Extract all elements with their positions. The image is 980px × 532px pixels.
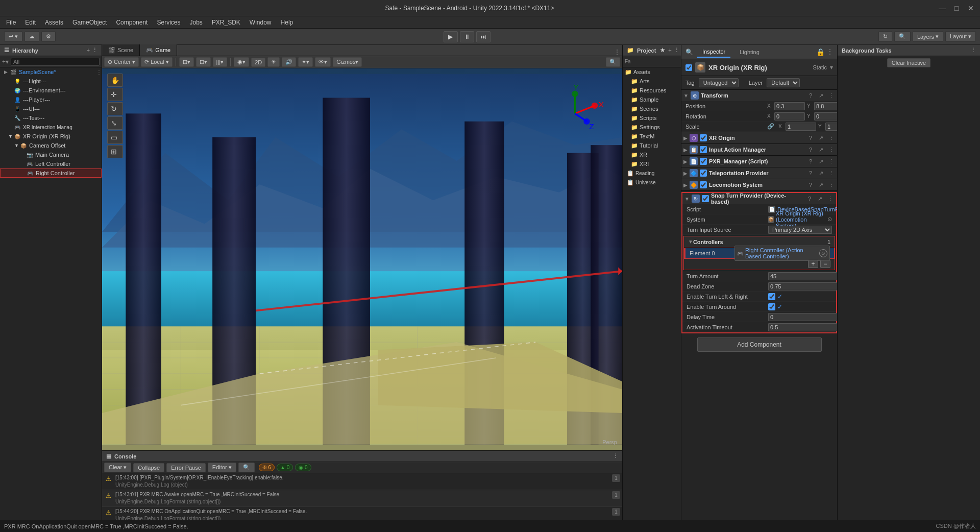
folder-settings[interactable]: 📁Settings: [623, 123, 681, 132]
transform-header[interactable]: ▼ ⊕ Transform ? ↗ ⋮: [681, 90, 837, 101]
console-menu-btn[interactable]: ⋮: [612, 453, 618, 459]
inspector-lock-btn[interactable]: 🔒: [816, 48, 825, 56]
search-scene-btn[interactable]: 🔍: [606, 57, 620, 67]
pxr-manager-help-btn[interactable]: ?: [806, 157, 815, 165]
audio-btn[interactable]: 🔊: [282, 57, 296, 67]
hierarchy-item-player[interactable]: 👤 ---Player---: [0, 95, 102, 104]
hand-tool[interactable]: ✋: [107, 74, 123, 87]
object-enabled-checkbox[interactable]: [685, 64, 692, 71]
turn-input-source-select[interactable]: Primary 2D Axis: [768, 226, 832, 234]
close-button[interactable]: ✕: [966, 3, 976, 13]
bg-tasks-menu-btn[interactable]: ⋮: [970, 47, 976, 53]
2d-btn[interactable]: 2D: [251, 58, 265, 67]
snap-turn-header[interactable]: ▼ ↻ Snap Turn Provider (Device-based) ? …: [682, 193, 836, 204]
tag-select[interactable]: Untagged: [699, 78, 739, 87]
teleportation-enabled[interactable]: [700, 170, 707, 177]
next-button[interactable]: ⏭: [476, 31, 491, 42]
scale-tool[interactable]: ⤡: [107, 116, 123, 130]
folder-reading[interactable]: 📋Reading: [623, 168, 681, 178]
rotation-y[interactable]: [814, 112, 837, 120]
hierarchy-search-input[interactable]: [11, 58, 100, 66]
pxr-manager-header[interactable]: ▶ 📄 PXR_Manager (Script) ? ↗ ⋮: [681, 156, 837, 167]
hierarchy-item-xr-interaction[interactable]: 🎮 XR Interaction Manag: [0, 123, 102, 132]
teleportation-settings-btn[interactable]: ↗: [817, 169, 825, 177]
folder-sample[interactable]: 📁Sample: [623, 95, 681, 104]
clear-inactive-btn[interactable]: Clear Inactive: [887, 58, 930, 67]
scene-menu-btn[interactable]: ⋮: [614, 49, 620, 56]
layer-select[interactable]: Default: [767, 78, 800, 87]
position-y[interactable]: [814, 102, 837, 110]
scene-tab[interactable]: 🎬 Scene: [102, 44, 140, 56]
console-clear-btn[interactable]: Clear ▾: [104, 463, 131, 472]
folder-tutorial[interactable]: 📁Tutorial: [623, 141, 681, 150]
locomotion-help-btn[interactable]: ?: [806, 181, 815, 189]
grid-btn[interactable]: |||▾: [213, 57, 228, 67]
snap-turn-help-btn[interactable]: ?: [805, 195, 814, 203]
hidden-btn[interactable]: 👁▾: [315, 57, 331, 67]
position-x[interactable]: [774, 102, 805, 110]
menu-edit[interactable]: Edit: [21, 18, 40, 27]
folder-xr[interactable]: 📁XR: [623, 150, 681, 159]
settings-btn[interactable]: ⚙: [41, 31, 56, 42]
input-action-enabled[interactable]: [700, 146, 707, 153]
teleportation-menu-btn[interactable]: ⋮: [827, 169, 835, 177]
project-menu-btn[interactable]: ⋮: [674, 47, 679, 54]
layout-dropdown[interactable]: Layout ▾: [945, 31, 976, 42]
menu-jobs[interactable]: Jobs: [185, 18, 206, 27]
snap-turn-settings-btn[interactable]: ↗: [816, 195, 824, 203]
xr-origin-enabled[interactable]: [700, 134, 707, 141]
hierarchy-item-environment[interactable]: 🌍 ---Environment---: [0, 86, 102, 95]
element-circle-btn[interactable]: ⊙: [819, 249, 827, 257]
pause-button[interactable]: ⏸: [460, 31, 474, 42]
input-action-menu-btn[interactable]: ⋮: [827, 146, 835, 154]
hierarchy-add-btn[interactable]: +: [87, 47, 90, 54]
hierarchy-item-left-controller[interactable]: 🎮 Left Controller: [0, 159, 102, 168]
folder-scenes[interactable]: 📁Scenes: [623, 104, 681, 113]
scale-x[interactable]: [786, 123, 816, 131]
enable-turn-around-checkbox[interactable]: [768, 303, 775, 310]
menu-window[interactable]: Window: [246, 18, 276, 27]
cloud-btn[interactable]: ☁: [24, 31, 39, 42]
hierarchy-item-test[interactable]: 🔧 ---Test---: [0, 113, 102, 123]
hierarchy-item-camera-offset[interactable]: ▼ 📦 Camera Offset: [0, 141, 102, 150]
snap-settings-btn[interactable]: ⊞▾: [179, 57, 194, 67]
project-add-btn[interactable]: +: [668, 47, 671, 54]
folder-arts[interactable]: 📁Arts: [623, 77, 681, 86]
scale-y[interactable]: [825, 123, 837, 131]
undo-history-btn[interactable]: ↩ ▾: [4, 31, 22, 42]
xr-origin-settings-btn[interactable]: ↗: [817, 134, 825, 142]
folder-resources[interactable]: 📁Resources: [623, 86, 681, 95]
gizmos-btn[interactable]: Gizmos▾: [333, 57, 362, 67]
lighting-btn[interactable]: ☀: [267, 57, 280, 67]
snap-turn-enabled[interactable]: [702, 195, 709, 202]
pxr-manager-settings-btn[interactable]: ↗: [817, 157, 825, 165]
search-btn[interactable]: 🔍: [894, 31, 911, 42]
system-circle-btn[interactable]: ⊙: [827, 216, 832, 223]
hierarchy-item-main-camera[interactable]: 📷 Main Camera: [0, 150, 102, 159]
lighting-tab[interactable]: Lighting: [734, 47, 765, 57]
hierarchy-item-xr-origin[interactable]: ▼ 📦 XR Origin (XR Rig): [0, 132, 102, 141]
hierarchy-menu-btn[interactable]: ⋮: [92, 47, 97, 54]
xr-origin-header[interactable]: ▶ ⬡ XR Origin ? ↗ ⋮: [681, 132, 837, 143]
pxr-manager-enabled[interactable]: [700, 158, 707, 165]
effects-btn[interactable]: ✦▾: [298, 57, 313, 67]
teleportation-header[interactable]: ▶ 🔷 Teleportation Provider ? ↗ ⋮: [681, 167, 837, 179]
game-tab[interactable]: 🎮 Game: [140, 44, 177, 56]
move-tool[interactable]: ✛: [107, 88, 123, 101]
xr-origin-help-btn[interactable]: ?: [806, 134, 815, 142]
minimize-button[interactable]: —: [937, 3, 947, 13]
locomotion-enabled[interactable]: [700, 181, 707, 188]
controllers-remove-btn[interactable]: −: [820, 260, 830, 268]
menu-gameobject[interactable]: GameObject: [68, 18, 111, 27]
maximize-button[interactable]: □: [951, 3, 962, 13]
collab-btn[interactable]: ↻: [878, 31, 892, 42]
layers-dropdown[interactable]: Layers ▾: [913, 31, 943, 42]
hierarchy-item-ui[interactable]: 📱 ---UI---: [0, 104, 102, 113]
center-dropdown[interactable]: ⊕ Center ▾: [104, 57, 139, 67]
inspector-tab[interactable]: Inspector: [697, 46, 730, 58]
transform-menu-btn[interactable]: ⋮: [827, 91, 835, 100]
console-editor-btn[interactable]: Editor ▾: [208, 463, 236, 472]
activation-timeout-input[interactable]: [768, 323, 837, 331]
folder-xri[interactable]: 📁XRI: [623, 159, 681, 168]
menu-component[interactable]: Component: [112, 18, 152, 27]
